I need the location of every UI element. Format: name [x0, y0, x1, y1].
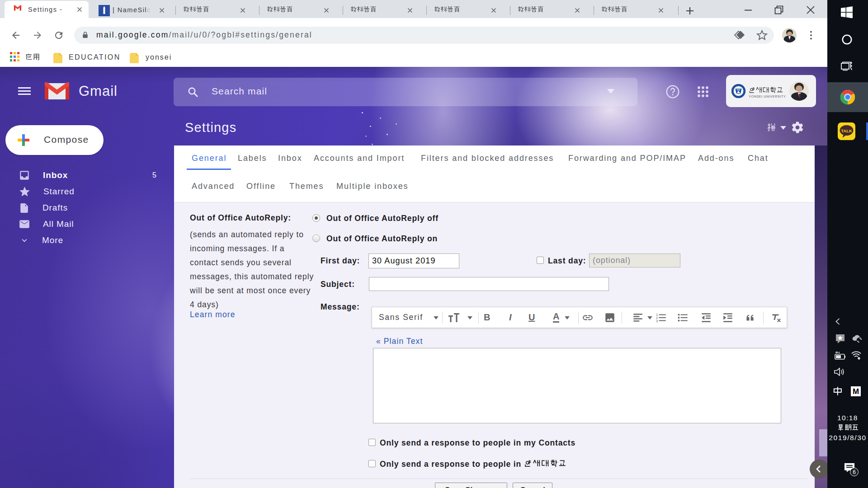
svg-text:TALK: TALK	[841, 128, 852, 133]
svg-text:3: 3	[656, 319, 658, 323]
